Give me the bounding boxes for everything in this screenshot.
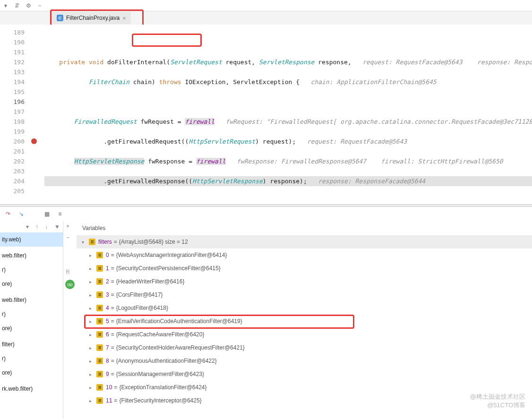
plus-icon[interactable]: + — [66, 223, 74, 231]
object-icon: ≡ — [96, 358, 103, 364]
minus-icon[interactable]: − — [66, 234, 74, 242]
tree-item-row[interactable]: ▸≡2={HeaderWriterFilter@6416} — [77, 275, 532, 288]
frame-item[interactable]: rk.web.filter) — [0, 382, 63, 396]
tree-item-row[interactable]: ▸≡3={CorsFilter@6417} — [77, 288, 532, 301]
down-arrow-icon[interactable]: ↓ — [45, 223, 51, 230]
object-icon: ≡ — [96, 384, 103, 391]
expand-arrow-icon[interactable]: ▸ — [87, 319, 94, 324]
expand-arrow-icon[interactable]: ▸ — [87, 279, 94, 284]
expand-arrow-icon[interactable]: ▸ — [87, 266, 94, 271]
frames-toolbar: ▾ ↑ ↓ ▼ — [0, 221, 63, 232]
variables-panel: ▾ ↑ ↓ ▼ ity.web)web.filter)r)ore)web.fil… — [0, 221, 532, 419]
expand-arrow-icon[interactable]: ▸ — [87, 292, 94, 298]
object-icon: ≡ — [96, 344, 103, 351]
copy-icon[interactable]: ⎘ — [66, 268, 74, 276]
expand-arrow-icon[interactable]: ▸ — [87, 306, 94, 311]
expand-arrow-icon[interactable]: ▸ — [87, 359, 94, 364]
expand-arrow-icon[interactable]: ▾ — [79, 239, 86, 245]
expand-arrow-icon[interactable]: ▸ — [87, 332, 94, 337]
expand-arrow-icon[interactable]: ▸ — [87, 372, 94, 377]
object-icon: ≡ — [96, 265, 103, 272]
tree-item-row[interactable]: ▸≡5={EmailVerificationCodeAuthentication… — [77, 315, 532, 328]
editor-area: 189190191192 193194195 196197198199 2002… — [0, 25, 532, 204]
line-number-gutter: 189190191192 193194195 196197198199 2002… — [0, 25, 28, 204]
tree-item-row[interactable]: ▸≡9={SessionManagementFilter@6423} — [77, 368, 532, 381]
breakpoint-icon[interactable] — [31, 138, 37, 144]
tab-filename: FilterChainProxy.java — [66, 15, 120, 21]
object-icon: ≡ — [96, 278, 103, 285]
tree-item-row[interactable]: ▸≡1={SecurityContextPersistenceFilter@64… — [77, 262, 532, 275]
tree-root-row[interactable]: ▾ ≡ filters = {ArrayList@5648} size = 12 — [77, 235, 532, 248]
step-into-icon[interactable]: ↘ — [17, 210, 26, 218]
object-icon: ≡ — [89, 239, 95, 245]
editor-tab[interactable]: C FilterChainProxy.java × — [52, 12, 131, 24]
up-arrow-icon[interactable]: ↑ — [35, 223, 42, 230]
list-icon[interactable]: ≡ — [56, 210, 64, 218]
expand-icon[interactable]: ⇵ — [13, 2, 21, 9]
expand-arrow-icon[interactable]: ▸ — [87, 385, 94, 390]
editor-tab-bar: C FilterChainProxy.java × — [0, 11, 532, 25]
gutter-annotations — [28, 25, 44, 204]
frames-pane: ▾ ↑ ↓ ▼ ity.web)web.filter)r)ore)web.fil… — [0, 221, 63, 419]
tab-close-icon[interactable]: × — [122, 15, 126, 22]
object-icon: ≡ — [96, 252, 103, 258]
object-icon: ≡ — [96, 331, 103, 338]
object-icon: ≡ — [96, 305, 103, 311]
object-icon: ≡ — [96, 397, 103, 404]
tree-item-row[interactable]: ▸≡8={AnonymousAuthenticationFilter@6422} — [77, 354, 532, 368]
frame-list[interactable]: ity.web)web.filter)r)ore)web.filter)r)or… — [0, 232, 63, 396]
frame-item[interactable]: r) — [0, 263, 63, 277]
frame-item[interactable]: ore) — [0, 277, 63, 291]
java-file-icon: C — [57, 15, 63, 21]
variables-tree[interactable]: Variables ▾ ≡ filters = {ArrayList@5648}… — [77, 221, 532, 419]
code-view[interactable]: private void doFilterInternal(ServletReq… — [44, 25, 532, 204]
tree-item-row[interactable]: ▸≡7={SecurityContextHolderAwareRequestFi… — [77, 341, 532, 354]
frame-item[interactable]: r) — [0, 307, 63, 321]
debug-toolbar: ↷ ↘ ▦ ≡ — [0, 207, 532, 221]
tree-item-row[interactable]: ▸≡4={LogoutFilter@6418} — [77, 301, 532, 315]
table-icon[interactable]: ▦ — [43, 210, 51, 218]
frame-item[interactable]: web.filter) — [0, 248, 63, 263]
watermark: @稀土掘金技术社区 @51CTO博客 — [470, 393, 525, 410]
variables-header: Variables — [77, 221, 532, 235]
frame-item[interactable]: web.filter) — [0, 293, 63, 307]
frame-item[interactable]: ity.web) — [0, 232, 63, 247]
frame-item[interactable]: ore) — [0, 321, 63, 335]
expand-arrow-icon[interactable]: ▸ — [87, 345, 94, 351]
vars-rail: + − ⎘ oo — [63, 221, 77, 419]
dropdown-icon[interactable]: ▾ — [26, 223, 33, 230]
tree-item-row[interactable]: ▸≡0={WebAsyncManagerIntegrationFilter@64… — [77, 248, 532, 262]
filter-icon[interactable]: ▼ — [54, 223, 61, 230]
tree-item-row[interactable]: ▸≡10={ExceptionTranslationFilter@6424} — [77, 381, 532, 394]
expand-arrow-icon[interactable]: ▸ — [87, 253, 94, 258]
object-icon: ≡ — [96, 318, 103, 325]
minus-icon[interactable]: − — [36, 2, 43, 9]
frame-item[interactable]: r) — [0, 351, 63, 366]
object-icon: ≡ — [96, 291, 103, 298]
object-icon: ≡ — [96, 371, 103, 377]
frame-item[interactable]: filter) — [0, 337, 63, 351]
glasses-icon[interactable]: oo — [65, 280, 75, 289]
top-toolbar: ▾ ⇵ ⚙ − — [0, 0, 532, 11]
tree-item-row[interactable]: ▸≡6={RequestCacheAwareFilter@6420} — [77, 328, 532, 341]
tree-item-row[interactable]: ▸≡11={FilterSecurityInterceptor@6425} — [77, 394, 532, 407]
nav-down-icon[interactable]: ▾ — [2, 2, 9, 9]
expand-arrow-icon[interactable]: ▸ — [87, 398, 94, 403]
gear-icon[interactable]: ⚙ — [25, 2, 32, 9]
frame-item[interactable]: ore) — [0, 366, 63, 380]
step-over-icon[interactable]: ↷ — [4, 210, 12, 218]
